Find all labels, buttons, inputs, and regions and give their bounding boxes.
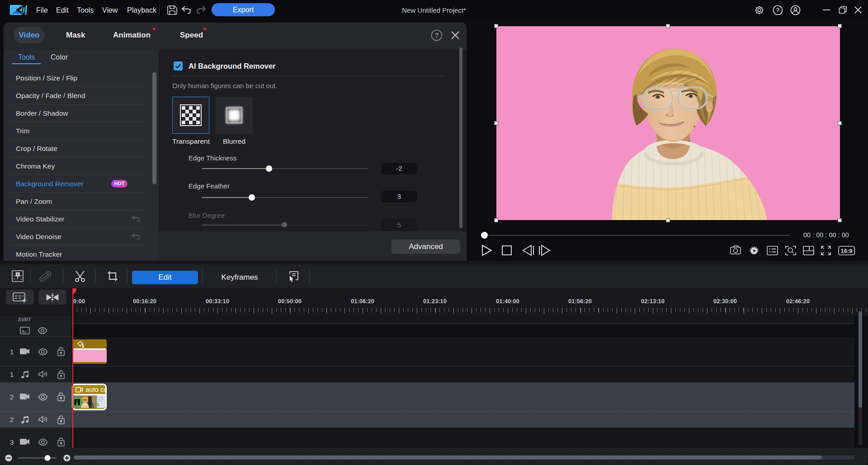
svg-text:?: ? bbox=[776, 7, 780, 14]
svg-text:?: ? bbox=[434, 31, 439, 39]
svg-text:16:9: 16:9 bbox=[840, 248, 852, 254]
